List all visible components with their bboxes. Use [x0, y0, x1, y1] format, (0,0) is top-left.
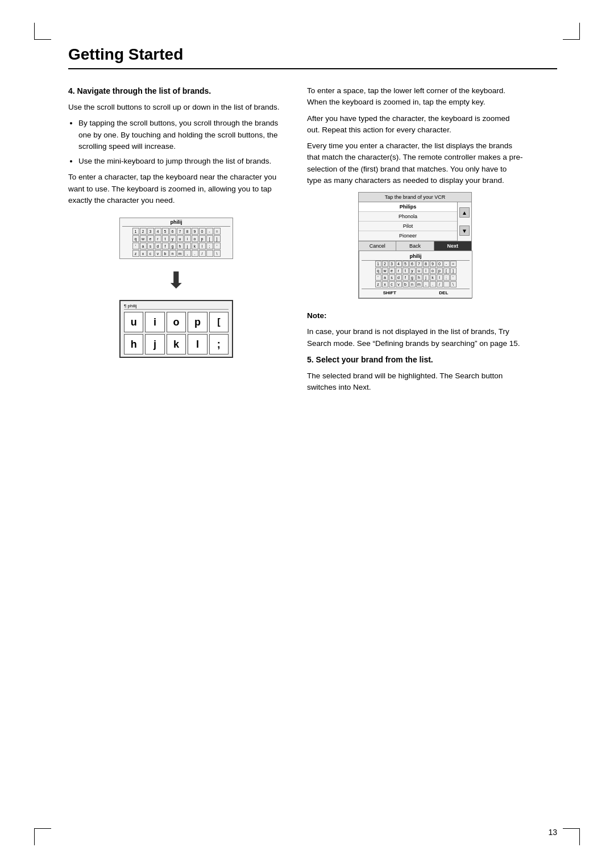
kb2-key-d: d: [396, 274, 402, 281]
kb2-key-u: u: [416, 268, 422, 274]
kb2-key-8: 8: [423, 261, 429, 267]
kb2-key-lb: [: [443, 268, 450, 274]
zoomed-row-1: u i o p [: [124, 312, 229, 332]
kb2-key-space: [443, 281, 450, 287]
two-column-layout: 4. Navigate through the list of brands. …: [68, 85, 557, 398]
kb2-key-t: t: [403, 268, 409, 274]
key-1: 1: [132, 228, 139, 235]
big-key-k: k: [167, 334, 186, 354]
key-y: y: [169, 235, 176, 242]
right-para3: Every time you enter a character, the li…: [307, 140, 523, 186]
kb2-key-v: v: [396, 281, 402, 287]
zoomed-label: philij: [128, 303, 137, 308]
kb2-key-k: k: [430, 274, 436, 281]
kb2-key-c: c: [389, 281, 395, 287]
key-t: t: [162, 235, 169, 242]
key-p: p: [199, 235, 206, 242]
step4-para2: To enter a character, tap the keyboard n…: [68, 172, 284, 206]
key-9: 9: [192, 228, 198, 235]
kb2-key-j: j: [423, 274, 429, 281]
key-7: 7: [177, 228, 184, 235]
key-period: .: [192, 250, 198, 257]
brand-ui-title: Tap the brand of your VCR: [359, 193, 471, 202]
key-k: k: [192, 243, 198, 249]
key-w: w: [140, 235, 147, 242]
key-minus: -: [206, 228, 213, 235]
step4-para1: Use the scroll buttons to scroll up or d…: [68, 102, 284, 113]
back-button[interactable]: Back: [396, 241, 434, 251]
kb2-row-1: 1234567890-=: [362, 261, 470, 267]
key-2: 2: [140, 228, 147, 235]
brand-buttons: Cancel Back Next: [359, 241, 471, 251]
kb2-key-comma: ,: [423, 281, 429, 287]
keyboard-small: philij 1234567890-= qwertyuiop[] 'asdfgh…: [119, 218, 233, 259]
kb2-key-minus: -: [443, 261, 450, 267]
brand-item-pioneer[interactable]: Pioneer: [359, 231, 457, 241]
kb2-key-q: q: [375, 268, 381, 274]
key-z: z: [132, 250, 139, 257]
kb2-row-3: 'asdfghjkl;': [362, 274, 470, 281]
cancel-button[interactable]: Cancel: [359, 241, 396, 251]
kb2-key-o: o: [430, 268, 436, 274]
brand-scroll: ▲ ▼: [457, 202, 471, 241]
step5-heading: 5. Select your brand from the list.: [307, 354, 523, 366]
big-key-l: l: [188, 334, 207, 354]
key-5: 5: [162, 228, 169, 235]
kb2-key-9: 9: [430, 261, 436, 267]
kb2-key-h: h: [416, 274, 422, 281]
kb2-key-5: 5: [403, 261, 409, 267]
right-para2: After you have typed the character, the …: [307, 113, 523, 136]
key-j: j: [184, 243, 191, 249]
kb2-key-bs: \: [450, 281, 457, 287]
keyboard-small-title: philij: [122, 219, 230, 227]
key-equals: =: [214, 228, 221, 235]
kb2-key-n: n: [409, 281, 416, 287]
big-key-semi: ;: [209, 334, 229, 354]
kb2-key-p: p: [437, 268, 443, 274]
key-u: u: [177, 235, 184, 242]
keyboard-zoomed: ¶ philij u i o p [ h j k l ;: [119, 300, 233, 358]
brand-item-philips[interactable]: Philips: [359, 202, 457, 212]
next-button[interactable]: Next: [434, 241, 471, 251]
brand-ui: Tap the brand of your VCR Philips Phonol…: [358, 192, 472, 299]
kb2-key-r: r: [396, 268, 402, 274]
kb2-row-2: qwertyuiop[]: [362, 268, 470, 274]
kb2-key-f: f: [403, 274, 409, 281]
left-column: 4. Navigate through the list of brands. …: [68, 85, 284, 398]
kb2-key-period: .: [430, 281, 436, 287]
kb2-key-i: i: [423, 268, 429, 274]
key-f: f: [162, 243, 169, 249]
kb2-key-eq: =: [450, 261, 457, 267]
key-s: s: [147, 243, 154, 249]
keyboard-small-diagram: philij 1234567890-= qwertyuiop[] 'asdfgh…: [68, 212, 284, 361]
big-key-o: o: [167, 312, 186, 332]
kb2-key-m: m: [416, 281, 422, 287]
big-key-i: i: [145, 312, 164, 332]
key-l: l: [199, 243, 206, 249]
bullet-item-2: Use the mini-keyboard to jump through th…: [78, 156, 284, 167]
brand-item-pilot[interactable]: Pilot: [359, 222, 457, 231]
page-number: 13: [548, 828, 557, 837]
keyboard-small2: philij 1234567890-= qwertyuiop[] 'asdfgh…: [359, 251, 472, 298]
note-paragraph: Note:: [307, 310, 523, 322]
kb2-key-2: 2: [382, 261, 388, 267]
scroll-down-button[interactable]: ▼: [459, 226, 470, 236]
key-n: n: [169, 250, 176, 257]
big-key-p: p: [188, 312, 207, 332]
kb2-key-y: y: [409, 268, 416, 274]
key-q: q: [132, 235, 139, 242]
note-label: Note:: [307, 311, 327, 320]
kb2-key-apos2: ': [450, 274, 457, 281]
big-key-h: h: [124, 334, 143, 354]
brand-ui-diagram: Tap the brand of your VCR Philips Phonol…: [307, 192, 523, 304]
kb2-key-0: 0: [437, 261, 443, 267]
kb2-key-3: 3: [389, 261, 395, 267]
page: Getting Started 4. Navigate through the …: [0, 0, 614, 868]
brand-item-phonola[interactable]: Phonola: [359, 212, 457, 222]
key-i: i: [184, 235, 191, 242]
kb2-key-x: x: [382, 281, 388, 287]
key-semi: ;: [206, 243, 213, 249]
kb2-key-z: z: [375, 281, 381, 287]
scroll-up-button[interactable]: ▲: [459, 207, 470, 218]
key-d: d: [155, 243, 161, 249]
